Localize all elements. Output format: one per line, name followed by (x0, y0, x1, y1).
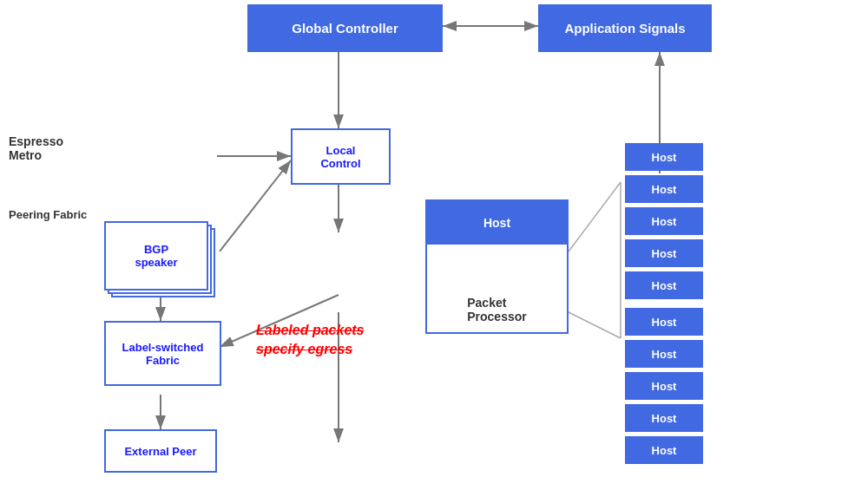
host-top-4: Host (625, 239, 703, 267)
host-top-3: Host (625, 207, 703, 235)
host-group-top: Host Host Host Host Host (625, 143, 703, 299)
peering-fabric-label: Peering Fabric (9, 208, 87, 221)
application-signals-box: Application Signals (538, 4, 712, 52)
global-controller-box: Global Controller (247, 4, 443, 52)
host-label-inner: Host (483, 216, 510, 230)
host-bottom-3: Host (625, 372, 703, 400)
host-bottom-4: Host (625, 404, 703, 432)
svg-line-6 (220, 160, 291, 252)
host-bottom-2: Host (625, 340, 703, 368)
host-top-2: Host (625, 175, 703, 203)
espresso-metro-label: EspressoMetro (9, 134, 63, 162)
label-switched-fabric-box: Label-switchedFabric (104, 321, 221, 386)
svg-line-13 (569, 182, 621, 252)
packet-processor-label: PacketProcessor (467, 296, 526, 323)
host-bottom-1: Host (625, 308, 703, 336)
labeled-packets-text: Labeled packetsspecify egress (256, 321, 365, 360)
svg-line-14 (569, 312, 621, 338)
diagram: EspressoMetro Peering Fabric Global Cont… (0, 0, 868, 490)
host-top-5: Host (625, 271, 703, 299)
host-bottom-5: Host (625, 436, 703, 464)
packet-processor-box: Host PacketProcessor (425, 199, 569, 334)
host-group-bottom: Host Host Host Host Host (625, 308, 703, 464)
external-peer-box: External Peer (104, 429, 217, 473)
host-top-1: Host (625, 143, 703, 171)
local-control-box: LocalControl (291, 128, 391, 185)
